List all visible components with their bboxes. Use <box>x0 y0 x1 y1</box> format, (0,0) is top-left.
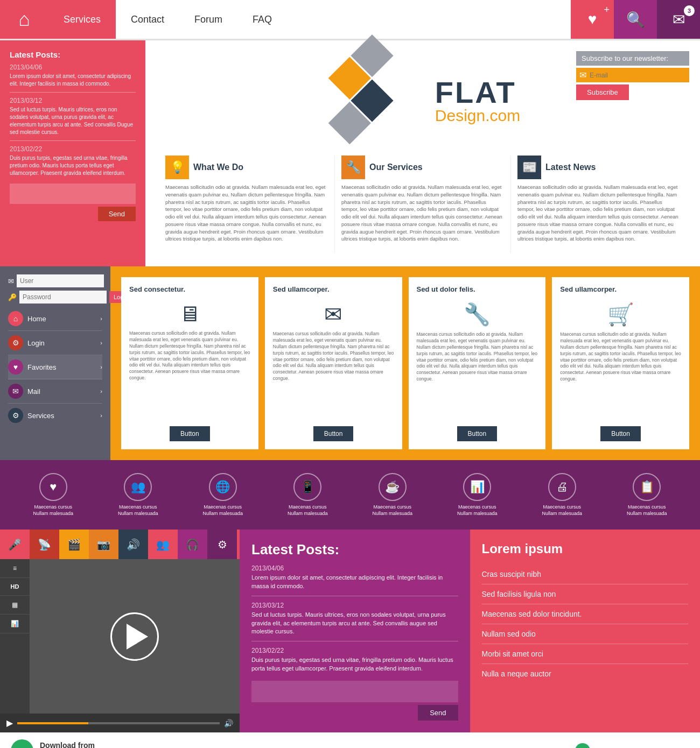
lorem-item-3[interactable]: Nullam sed odio <box>482 624 689 644</box>
what-we-do-icon-box: 💡 <box>165 156 189 179</box>
media-side-btn-1[interactable]: ≡ <box>0 559 30 578</box>
lorem-item-0[interactable]: Cras suscipit nibh <box>482 564 689 584</box>
nav-list-item-services[interactable]: ⚙ Services › <box>8 404 102 427</box>
our-services-body: Maecenas sollicitudin odio at gravida. N… <box>341 184 504 243</box>
media-btn-film[interactable]: 🎬 <box>59 530 89 559</box>
lorem-item-4[interactable]: Morbi sit amet orci <box>482 644 689 664</box>
section2: ✉ 🔑 Login ⌂ Home › ⚙ Login › ♥ Favorites <box>0 266 700 460</box>
lp-item-3: 2013/02/22 Duis purus turpis, egestas se… <box>251 647 458 673</box>
footer-logo-circle: ✂ <box>11 739 33 748</box>
footer-brand: ✂ Droidworker | Dreamstime.com <box>575 743 689 748</box>
media-center <box>30 559 240 714</box>
post-item-2: 2013/03/12 Sed ut luctus turpis. Mauris … <box>10 97 136 136</box>
lp-date-1: 2013/04/06 <box>251 564 458 572</box>
lorem-item-1[interactable]: Sed facilisis ligula non <box>482 584 689 604</box>
footer-text-group: Download from Dreamstime.com <box>40 741 118 748</box>
play-button[interactable] <box>110 612 159 661</box>
post-text-3: Duis purus turpis, egestas sed urna vita… <box>10 154 136 177</box>
nav-list-label-login: Login <box>27 339 100 347</box>
send-button-2[interactable]: Send <box>418 705 458 721</box>
icon-circle-1: 👥 <box>124 473 152 501</box>
nav-list-item-mail[interactable]: ✉ Mail › <box>8 379 102 404</box>
nav-item-faq[interactable]: FAQ <box>237 0 287 39</box>
password-input[interactable] <box>19 291 107 304</box>
play-icon[interactable]: ▶ <box>6 718 13 728</box>
icon-item-4: ☕ Maecenas cursus Nullam malesuada <box>350 470 435 520</box>
card-3-button[interactable]: Button <box>457 426 498 441</box>
media-side-btn-4[interactable]: 📊 <box>0 615 30 633</box>
card-4-button[interactable]: Button <box>600 426 641 441</box>
media-btn-volume[interactable]: 🔊 <box>118 530 148 559</box>
nav-item-contact[interactable]: Contact <box>116 0 179 39</box>
icon-circle-5: 📊 <box>463 473 491 501</box>
card-2-button[interactable]: Button <box>313 426 354 441</box>
username-input[interactable] <box>17 274 104 287</box>
card-3-icon: 🔧 <box>417 302 538 327</box>
media-btn-settings[interactable]: ⚙ <box>207 530 237 559</box>
comment-input[interactable] <box>10 184 136 204</box>
icon-circle-0: ♥ <box>39 473 67 501</box>
lp-item-1: 2013/04/06 Lorem ipsum dolor sit amet, c… <box>251 564 458 590</box>
our-services-title: Our Services <box>369 163 423 172</box>
icon-item-2: 🌐 Maecenas cursus Nullam malesuada <box>180 470 265 520</box>
comment-input-2[interactable] <box>251 681 458 702</box>
subscribe-button[interactable]: Subscribe <box>576 84 629 100</box>
media-side-btn-3[interactable]: ▦ <box>0 596 30 615</box>
nav-mail-icon[interactable]: ✉ 3 <box>657 0 700 39</box>
lp-text-1: Lorem ipsum dolor sit amet, consectetur … <box>251 574 458 590</box>
icon-label-1: Maecenas cursus Nullam malesuada <box>118 504 158 517</box>
volume-icon[interactable]: 🔊 <box>224 719 233 728</box>
nav-list-item-home[interactable]: ⌂ Home › <box>8 307 102 331</box>
nav-heart-icon[interactable]: ♥ + <box>571 0 614 39</box>
icon-label-2: Maecenas cursus Nullam malesuada <box>202 504 243 517</box>
media-btn-mic[interactable]: 🎤 <box>0 530 30 559</box>
lorem-section: Lorem ipsum Cras suscipit nibh Sed facil… <box>470 530 701 732</box>
footer: ✂ Download from Dreamstime.com This wate… <box>0 732 700 748</box>
post-date-2: 2013/03/12 <box>10 97 136 104</box>
posts-section: Latest Posts: 2013/04/06 Lorem ipsum dol… <box>240 530 470 732</box>
icon-circle-4: ☕ <box>379 473 407 501</box>
nav-list-item-favorites[interactable]: ♥ Favorites › <box>8 355 102 379</box>
email-input[interactable] <box>590 72 686 79</box>
nav-list-arrow-services: › <box>100 412 102 419</box>
our-services-icon-box: 🔧 <box>341 156 365 179</box>
card-4-title: Sed ullamcorper. <box>560 285 681 293</box>
icon-label-3: Maecenas cursus Nullam malesuada <box>288 504 328 517</box>
card-1-text: Maecenas cursus sollicitudin odio at gra… <box>129 330 250 421</box>
nav-item-services[interactable]: Services <box>48 0 116 39</box>
icon-section: ♥ Maecenas cursus Nullam malesuada 👥 Mae… <box>0 460 700 530</box>
post-item-3: 2013/02/22 Duis purus turpis, egestas se… <box>10 145 136 177</box>
lorem-item-2[interactable]: Maecenas sed dolor tincidunt. <box>482 604 689 624</box>
send-button[interactable]: Send <box>98 207 136 221</box>
post-item-1: 2013/04/06 Lorem ipsum dolor sit amet, c… <box>10 63 136 88</box>
card-1-button[interactable]: Button <box>170 426 210 441</box>
media-btn-group[interactable]: 👥 <box>148 530 178 559</box>
card-1-icon: 🖥 <box>129 302 250 326</box>
card-4: Sed ullamcorper. 🛒 Maecenas cursus solli… <box>552 277 689 449</box>
icon-label-6: Maecenas cursus Nullam malesuada <box>542 504 582 517</box>
media-player: 🎤 📡 🎬 📷 🔊 👥 🎧 ⚙ ≡ HD ▦ 📊 <box>0 530 240 732</box>
newsletter-box: Subscribe to our newsletter: ✉ Subscribe <box>576 51 689 100</box>
logo-diamonds <box>306 34 438 167</box>
lp-text-2: Sed ut luctus turpis. Mauris ultrices, e… <box>251 611 458 636</box>
card-2-text: Maecenas cursus sollicitudin odio at gra… <box>273 331 394 421</box>
media-btn-headphones[interactable]: 🎧 <box>178 530 207 559</box>
nav-item-forum[interactable]: Forum <box>179 0 237 39</box>
nav-home[interactable]: ⌂ <box>0 0 48 39</box>
nav-list-arrow-mail: › <box>100 388 102 394</box>
nav-list-item-login[interactable]: ⚙ Login › <box>8 331 102 355</box>
media-btn-radio[interactable]: 📡 <box>30 530 59 559</box>
card-2-icon: ✉ <box>273 302 394 327</box>
nav-list-label-mail: Mail <box>27 387 100 396</box>
lorem-item-5[interactable]: Nulla a neque auctor <box>482 664 689 683</box>
footer-tagline: Download from <box>40 741 118 748</box>
post-date-1: 2013/04/06 <box>10 63 136 71</box>
play-triangle <box>127 624 148 650</box>
progress-fill <box>17 722 88 724</box>
icon-circle-7: 📋 <box>633 473 661 501</box>
progress-bar[interactable] <box>17 722 220 724</box>
media-btn-camera[interactable]: 📷 <box>89 530 118 559</box>
latest-news-body: Maecenas sollicitudin odio at gravida. N… <box>517 184 680 243</box>
media-side-btn-2[interactable]: HD <box>0 578 30 596</box>
nav-search-icon[interactable]: 🔍 <box>614 0 657 39</box>
